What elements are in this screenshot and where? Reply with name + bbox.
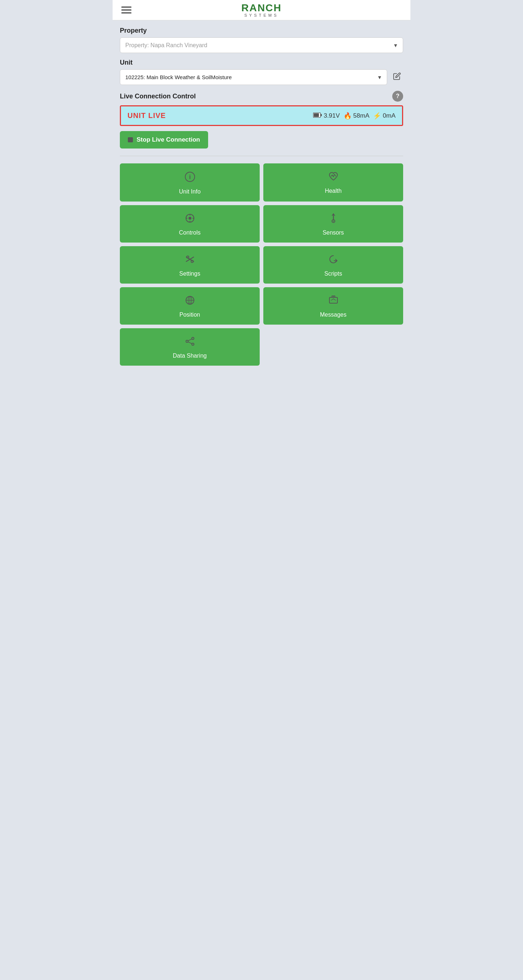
unit-row: 102225: Main Block Weather & SoilMoistur…: [120, 69, 403, 85]
settings-label: Settings: [179, 270, 201, 277]
logo-ranch: RANCH: [241, 3, 281, 13]
sensors-icon: [329, 213, 337, 226]
scripts-icon: [328, 254, 338, 267]
live-connection-header: Live Connection Control ?: [120, 91, 403, 102]
controls-icon: [185, 213, 195, 226]
unit-label: Unit: [120, 59, 403, 67]
menu-icon[interactable]: [120, 5, 133, 15]
messages-button[interactable]: Messages: [263, 287, 403, 325]
svg-point-24: [192, 343, 194, 345]
voltage-stat: 3.91V: [313, 112, 340, 119]
battery-icon: [313, 112, 322, 119]
settings-icon: [185, 254, 195, 267]
svg-text:i: i: [189, 174, 190, 180]
controls-button[interactable]: Controls: [120, 205, 260, 243]
health-label: Health: [325, 188, 341, 194]
svg-point-15: [187, 256, 189, 258]
svg-rect-21: [329, 298, 337, 303]
unit-live-label: UNIT LIVE: [128, 111, 166, 120]
logo-systems: SYSTEMS: [241, 13, 281, 18]
svg-point-6: [188, 217, 191, 220]
data-sharing-label: Data Sharing: [173, 353, 207, 359]
charge-stat: ⚡ 0mA: [373, 112, 395, 120]
svg-rect-1: [314, 113, 319, 117]
stop-live-connection-button[interactable]: Stop Live Connection: [120, 131, 208, 148]
svg-point-12: [333, 221, 334, 222]
sensors-button[interactable]: Sensors: [263, 205, 403, 243]
sensors-label: Sensors: [322, 229, 344, 236]
messages-icon: [328, 295, 338, 308]
header: RANCH SYSTEMS: [113, 0, 410, 20]
messages-label: Messages: [320, 312, 346, 318]
position-button[interactable]: Position: [120, 287, 260, 325]
svg-line-25: [188, 339, 192, 341]
svg-line-26: [188, 342, 192, 344]
logo: RANCH SYSTEMS: [241, 3, 281, 18]
lightning-icon: ⚡: [373, 112, 381, 120]
help-icon: ?: [396, 93, 400, 100]
data-sharing-button[interactable]: Data Sharing: [120, 328, 260, 366]
svg-rect-2: [321, 114, 322, 116]
property-label: Property: [120, 27, 403, 35]
unit-info-button[interactable]: i Unit Info: [120, 163, 260, 202]
property-select[interactable]: Property: Napa Ranch Vineyard: [120, 37, 403, 53]
current-stat: 🔥 58mA: [344, 112, 369, 120]
voltage-value: 3.91V: [324, 112, 340, 119]
data-sharing-icon: [185, 336, 195, 349]
stop-button-label: Stop Live Connection: [137, 136, 200, 143]
property-select-wrapper: Property: Napa Ranch Vineyard ▼: [120, 37, 403, 53]
position-icon: [185, 295, 195, 308]
scripts-label: Scripts: [324, 270, 342, 277]
svg-point-22: [192, 337, 194, 339]
flame-icon: 🔥: [344, 112, 352, 120]
charge-value: 0mA: [383, 112, 395, 119]
divider: [120, 156, 403, 156]
edit-unit-button[interactable]: [391, 70, 403, 84]
unit-live-status-box: UNIT LIVE 3.91V 🔥 58mA ⚡: [120, 105, 403, 126]
current-value: 58mA: [353, 112, 369, 119]
unit-info-icon: i: [185, 171, 195, 185]
unit-select-wrapper: 102225: Main Block Weather & SoilMoistur…: [120, 69, 387, 85]
scripts-button[interactable]: Scripts: [263, 246, 403, 283]
svg-point-16: [191, 260, 193, 262]
live-connection-title: Live Connection Control: [120, 92, 196, 100]
help-button[interactable]: ?: [392, 91, 403, 102]
unit-select[interactable]: 102225: Main Block Weather & SoilMoistur…: [120, 69, 387, 85]
svg-point-23: [186, 340, 188, 342]
unit-info-label: Unit Info: [179, 188, 201, 195]
settings-button[interactable]: Settings: [120, 246, 260, 283]
stop-icon: [128, 137, 133, 142]
main-content: Property Property: Napa Ranch Vineyard ▼…: [113, 20, 410, 376]
controls-label: Controls: [179, 229, 201, 236]
unit-live-stats: 3.91V 🔥 58mA ⚡ 0mA: [313, 112, 395, 120]
position-label: Position: [179, 312, 200, 318]
menu-grid: i Unit Info Health: [120, 163, 403, 325]
health-button[interactable]: Health: [263, 163, 403, 202]
health-icon: [328, 171, 338, 184]
